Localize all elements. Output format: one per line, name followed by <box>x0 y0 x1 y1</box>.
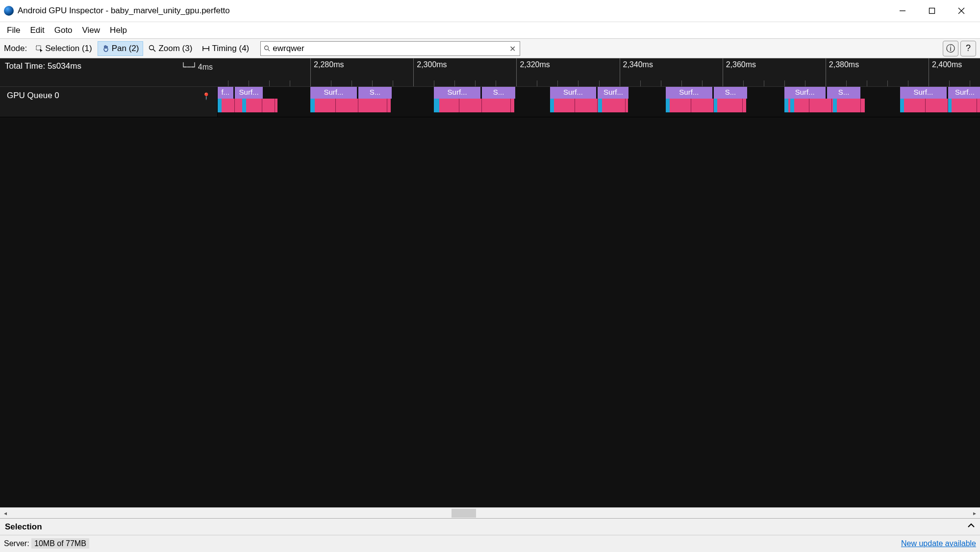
gpu-slice-marker[interactable] <box>713 99 717 112</box>
gpu-slice[interactable]: Surf... <box>948 87 980 99</box>
selection-panel: Selection Server: 10MB of 77MB New updat… <box>0 518 980 552</box>
gpu-slice[interactable]: Surf... <box>598 87 628 99</box>
gpu-slice-marker[interactable] <box>434 99 439 112</box>
mode-label: Mode: <box>4 44 27 53</box>
ruler-tick: 2,300ms <box>413 58 447 86</box>
gpu-slice[interactable]: S... <box>827 87 860 99</box>
ruler-tick: 2,360ms <box>723 58 756 86</box>
svg-point-11 <box>265 46 269 50</box>
gpu-slice-marker[interactable] <box>948 99 952 112</box>
scroll-left-button[interactable]: ◂ <box>0 508 11 519</box>
ruler-tick: 2,380ms <box>826 58 859 86</box>
pan-icon <box>102 45 110 53</box>
gpu-slice[interactable]: Surf... <box>434 87 480 99</box>
server-memory: 10MB of 77MB <box>31 538 89 549</box>
new-update-link[interactable]: New update available <box>901 539 976 548</box>
gpu-slice-detail[interactable] <box>784 99 865 112</box>
selection-panel-header[interactable]: Selection <box>0 519 980 535</box>
scale-indicator: └──┘ 4ms <box>181 62 213 72</box>
status-bar: Server: 10MB of 77MB New update availabl… <box>0 535 980 552</box>
menu-goto[interactable]: Goto <box>50 24 77 37</box>
window-titlebar: Android GPU Inspector - baby_marvel_unit… <box>0 0 980 22</box>
info-button[interactable]: ⓘ <box>943 41 958 56</box>
scroll-track[interactable] <box>11 508 969 519</box>
svg-line-7 <box>153 49 156 52</box>
gpu-slice-marker[interactable] <box>598 99 602 112</box>
svg-line-12 <box>268 49 270 51</box>
mode-selection-button[interactable]: Selection (1) <box>31 41 96 56</box>
gpu-slice[interactable]: Surf... <box>784 87 826 99</box>
gpu-slice-detail[interactable] <box>550 99 628 112</box>
app-icon <box>4 6 14 16</box>
gpu-slice[interactable]: Surf... <box>550 87 597 99</box>
menu-help[interactable]: Help <box>105 24 132 37</box>
menu-view[interactable]: View <box>77 24 105 37</box>
track-content[interactable]: f...Surf...Surf...S...Surf...S...Surf...… <box>218 87 980 117</box>
total-time-label: Total Time: 5s034ms <box>5 61 81 71</box>
gpu-slice[interactable]: Surf... <box>900 87 947 99</box>
scroll-right-button[interactable]: ▸ <box>969 508 980 519</box>
ruler-tick: 2,400ms <box>929 58 962 86</box>
gpu-slice[interactable]: S... <box>714 87 747 99</box>
scroll-thumb[interactable] <box>452 509 476 518</box>
gpu-slice[interactable]: f... <box>218 87 233 99</box>
ruler-tick: 2,340ms <box>620 58 653 86</box>
search-box[interactable]: ✕ <box>260 41 520 56</box>
gpu-slice-marker[interactable] <box>790 99 794 112</box>
gpu-slice[interactable]: S... <box>482 87 515 99</box>
gpu-slice-detail[interactable] <box>900 99 980 112</box>
horizontal-scrollbar[interactable]: ◂ ▸ <box>0 507 980 518</box>
gpu-slice-detail[interactable] <box>218 99 277 112</box>
gpu-slice-marker[interactable] <box>784 99 788 112</box>
gpu-slice-marker[interactable] <box>550 99 554 112</box>
toolbar: Mode: Selection (1)Pan (2)Zoom (3)Timing… <box>0 39 980 58</box>
search-icon <box>264 45 271 52</box>
mode-timing-button[interactable]: Timing (4) <box>198 41 253 56</box>
selection-icon <box>35 45 43 53</box>
minimize-button[interactable] <box>888 1 917 21</box>
gpu-slice-marker[interactable] <box>218 99 222 112</box>
collapse-icon[interactable] <box>967 522 975 532</box>
gpu-slice-marker[interactable] <box>666 99 670 112</box>
svg-marker-5 <box>40 49 43 53</box>
mode-zoom-button[interactable]: Zoom (3) <box>144 41 197 56</box>
menu-file[interactable]: File <box>2 24 25 37</box>
maximize-button[interactable] <box>917 1 947 21</box>
gpu-slice[interactable]: Surf... <box>235 87 263 99</box>
help-button[interactable]: ? <box>960 41 976 56</box>
gpu-slice-detail[interactable] <box>666 99 746 112</box>
server-label: Server: <box>4 539 29 548</box>
timeline-ruler: Total Time: 5s034ms └──┘ 4ms 2,280ms2,30… <box>0 58 980 87</box>
gpu-slice-detail[interactable] <box>310 99 391 112</box>
pin-icon[interactable]: 📍 <box>202 92 210 100</box>
ruler-tick: 2,320ms <box>516 58 550 86</box>
gpu-slice[interactable]: Surf... <box>310 87 357 99</box>
search-clear-icon[interactable]: ✕ <box>508 44 517 53</box>
svg-rect-1 <box>930 8 935 14</box>
search-input[interactable] <box>273 44 508 53</box>
ruler-tick: 2,280ms <box>310 58 344 86</box>
gpu-slice[interactable]: Surf... <box>666 87 712 99</box>
mode-pan-button[interactable]: Pan (2) <box>98 41 144 56</box>
close-button[interactable] <box>947 1 976 21</box>
gpu-slice-marker[interactable] <box>310 99 314 112</box>
menubar: FileEditGotoViewHelp <box>0 22 980 39</box>
timing-icon <box>202 45 210 53</box>
menu-edit[interactable]: Edit <box>25 24 49 37</box>
track-label[interactable]: GPU Queue 0 📍 <box>0 87 218 117</box>
gpu-slice-marker[interactable] <box>833 99 837 112</box>
svg-point-6 <box>150 45 154 50</box>
gpu-slice-detail[interactable] <box>434 99 514 112</box>
window-title: Android GPU Inspector - baby_marvel_unit… <box>18 6 888 16</box>
gpu-slice-marker[interactable] <box>900 99 904 112</box>
gpu-slice-marker[interactable] <box>242 99 246 112</box>
zoom-icon <box>149 45 156 53</box>
gpu-slice[interactable]: S... <box>358 87 392 99</box>
track-area[interactable]: GPU Queue 0 📍 f...Surf...Surf...S...Surf… <box>0 87 980 507</box>
track-row-gpu-queue-0: GPU Queue 0 📍 f...Surf...Surf...S...Surf… <box>0 87 980 117</box>
